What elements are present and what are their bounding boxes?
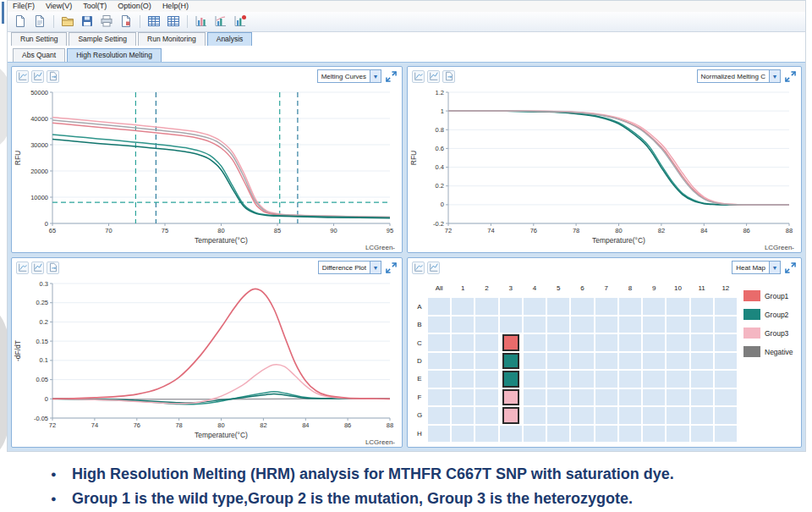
well[interactable] [691, 407, 713, 423]
well[interactable] [524, 298, 546, 314]
well[interactable] [500, 426, 522, 442]
well[interactable] [643, 353, 665, 369]
fit-chart-icon[interactable] [16, 70, 29, 83]
plate-table-icon[interactable] [145, 13, 162, 30]
well[interactable] [524, 426, 546, 442]
well[interactable] [643, 389, 665, 405]
well-C3[interactable] [502, 334, 519, 350]
new-file-icon[interactable] [12, 13, 29, 30]
dropdown-arrow-icon[interactable]: ▼ [370, 262, 381, 273]
well[interactable] [428, 426, 450, 442]
well[interactable] [595, 407, 617, 423]
well[interactable] [667, 389, 689, 405]
heatmap-col-10[interactable]: 10 [667, 280, 689, 296]
normalized-melting-chart[interactable]: -0.200.20.40.60.811.2727476788082848688R… [408, 85, 801, 252]
well[interactable] [571, 298, 593, 314]
well[interactable] [571, 353, 593, 369]
pan-chart-icon[interactable] [427, 70, 440, 83]
menu-option[interactable]: Option(O) [118, 2, 151, 10]
well[interactable] [643, 317, 665, 333]
well[interactable] [595, 353, 617, 369]
well[interactable] [619, 317, 641, 333]
dropdown-arrow-icon[interactable]: ▼ [370, 70, 381, 82]
tab-run-setting[interactable]: Run Setting [11, 32, 67, 46]
well[interactable] [452, 353, 474, 369]
well[interactable] [595, 426, 617, 442]
well[interactable] [524, 407, 546, 423]
open-folder-icon[interactable] [59, 13, 76, 30]
heatmap-col-4[interactable]: 4 [524, 280, 546, 296]
well[interactable] [715, 334, 737, 350]
subtab-high-resolution-melting[interactable]: High Resolution Melting [67, 48, 162, 62]
fit-chart-icon[interactable] [16, 262, 29, 274]
menu-help[interactable]: Help(H) [162, 2, 189, 10]
well[interactable] [667, 353, 689, 369]
well[interactable] [452, 407, 474, 423]
heatmap-col-All[interactable]: All [428, 280, 450, 296]
well[interactable] [667, 426, 689, 442]
chart-type-dropdown[interactable]: Melting Curves▼ [317, 69, 381, 83]
well[interactable] [667, 407, 689, 423]
heatmap-row-F[interactable]: F [413, 389, 426, 405]
well[interactable] [619, 389, 641, 405]
subtab-abs-quant[interactable]: Abs Quant [13, 48, 65, 62]
well[interactable] [475, 334, 497, 350]
well[interactable] [571, 389, 593, 405]
well[interactable] [619, 371, 641, 387]
run-status-icon[interactable] [232, 13, 249, 30]
fit-chart-icon[interactable] [412, 70, 425, 83]
export-chart-icon[interactable] [47, 262, 59, 274]
document-icon[interactable] [31, 13, 48, 30]
chart-type-dropdown[interactable]: Difference Plot▼ [318, 261, 381, 274]
tab-run-monitoring[interactable]: Run Monitoring [138, 32, 206, 46]
well[interactable] [691, 317, 713, 333]
well[interactable] [428, 407, 450, 423]
well[interactable] [643, 371, 665, 387]
well[interactable] [691, 426, 713, 442]
well[interactable] [475, 371, 497, 387]
well[interactable] [595, 371, 617, 387]
heatmap-row-E[interactable]: E [413, 371, 426, 387]
well[interactable] [715, 353, 737, 369]
well[interactable] [475, 389, 497, 405]
well[interactable] [524, 353, 546, 369]
well[interactable] [715, 317, 737, 333]
well[interactable] [475, 353, 497, 369]
heatmap-col-5[interactable]: 5 [547, 280, 569, 296]
well[interactable] [571, 426, 593, 442]
heatmap-col-8[interactable]: 8 [619, 280, 641, 296]
heatmap-row-A[interactable]: A [413, 298, 426, 314]
chart-type-dropdown[interactable]: Heat Map▼ [732, 261, 781, 274]
well[interactable] [524, 334, 546, 350]
well[interactable] [547, 298, 569, 314]
export-chart-icon[interactable] [442, 70, 455, 83]
well[interactable] [452, 317, 474, 333]
heatmap-col-6[interactable]: 6 [571, 280, 593, 296]
analysis-chart-icon[interactable] [212, 13, 229, 30]
well[interactable] [643, 298, 665, 314]
well[interactable] [452, 389, 474, 405]
well[interactable] [500, 298, 522, 314]
fit-chart-icon[interactable] [412, 262, 425, 274]
heatmap-col-3[interactable]: 3 [500, 280, 522, 296]
well[interactable] [428, 317, 450, 333]
well[interactable] [715, 426, 737, 442]
chart-type-dropdown[interactable]: Normalized Melting C▼ [697, 69, 781, 83]
tab-analysis[interactable]: Analysis [207, 32, 253, 46]
well[interactable] [715, 371, 737, 387]
heatmap-col-12[interactable]: 12 [715, 280, 737, 296]
well[interactable] [452, 371, 474, 387]
well[interactable] [715, 298, 737, 314]
maximize-panel-icon[interactable] [784, 70, 797, 83]
well[interactable] [619, 334, 641, 350]
well[interactable] [500, 317, 522, 333]
well[interactable] [619, 407, 641, 423]
well[interactable] [452, 426, 474, 442]
heatmap-col-9[interactable]: 9 [643, 280, 665, 296]
well[interactable] [667, 317, 689, 333]
well[interactable] [571, 407, 593, 423]
well[interactable] [547, 334, 569, 350]
export-chart-icon[interactable] [47, 70, 59, 83]
maximize-panel-icon[interactable] [385, 70, 398, 83]
well[interactable] [691, 298, 713, 314]
